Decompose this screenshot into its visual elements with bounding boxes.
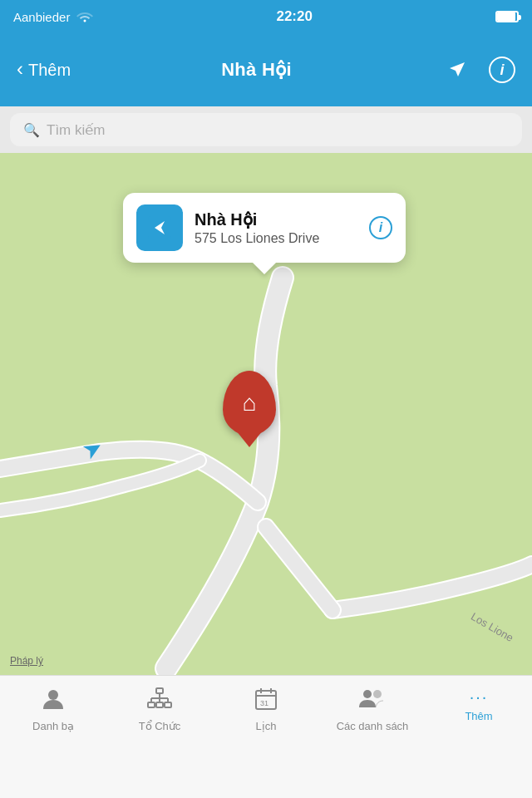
back-label: Thêm (28, 61, 71, 80)
tab-bar: Danh bạ Tổ Chức (0, 675, 532, 798)
tab-them-label: Thêm (465, 710, 492, 722)
popup-text: Nhà Hội 575 Los Liones Drive (195, 209, 357, 246)
tab-cac-danh-sach-label: Các danh sách (337, 720, 409, 732)
tab-danh-ba[interactable]: Danh bạ (0, 684, 106, 732)
nav-bar: ‹ Thêm Nhà Hội i (0, 33, 532, 106)
svg-rect-3 (148, 702, 155, 707)
pin-body: ⌂ (223, 371, 276, 436)
svg-rect-4 (156, 702, 163, 707)
direction-button[interactable] (442, 55, 472, 85)
info-button[interactable]: i (489, 57, 515, 83)
svg-point-16 (363, 690, 372, 698)
svg-rect-5 (165, 702, 171, 707)
calendar-icon: 31 (255, 687, 277, 717)
status-bar: Aanbieder 22:20 (0, 0, 532, 33)
svg-point-17 (373, 690, 382, 698)
people-icon (358, 687, 387, 717)
status-left: Aanbieder (13, 9, 93, 25)
tab-them[interactable]: ··· Thêm (426, 684, 532, 722)
pin-house-icon: ⌂ (243, 390, 257, 416)
search-bar[interactable]: 🔍 Tìm kiếm (10, 113, 522, 146)
search-placeholder: Tìm kiếm (47, 121, 105, 139)
search-bar-container: 🔍 Tìm kiếm (0, 106, 532, 153)
nav-actions: i (442, 55, 515, 85)
tab-danh-ba-label: Danh bạ (32, 720, 74, 732)
popup-info-button[interactable]: i (369, 216, 392, 239)
battery-icon (495, 11, 519, 22)
svg-point-1 (48, 690, 58, 700)
page-title: Nhà Hội (221, 59, 292, 81)
back-button[interactable]: ‹ Thêm (17, 59, 71, 81)
svg-text:31: 31 (260, 699, 268, 707)
popup-direction-icon (136, 204, 183, 251)
location-popup: Nhà Hội 575 Los Liones Drive i (123, 193, 406, 263)
tab-lich-label: Lịch (256, 720, 277, 732)
wifi-icon (76, 9, 93, 25)
map-area[interactable]: ➤ Nhà Hội 575 Los Liones Drive i ⌂ Pháp … (0, 153, 532, 675)
popup-tail (253, 263, 276, 274)
tab-to-chuc[interactable]: Tổ Chức (106, 684, 213, 732)
tab-lich[interactable]: 31 Lịch (213, 684, 319, 732)
tab-cac-danh-sach[interactable]: Các danh sách (319, 684, 426, 732)
popup-title: Nhà Hội (195, 209, 357, 229)
search-icon: 🔍 (23, 122, 40, 138)
chevron-left-icon: ‹ (17, 57, 23, 81)
carrier-label: Aanbieder (13, 10, 70, 24)
sitemap-icon (147, 687, 172, 717)
popup-subtitle: 575 Los Liones Drive (195, 231, 357, 246)
time-label: 22:20 (276, 8, 312, 25)
dots-icon: ··· (470, 687, 489, 707)
map-pin[interactable]: ⌂ (223, 371, 276, 436)
person-icon (42, 687, 65, 717)
legal-text[interactable]: Pháp lý (10, 655, 43, 667)
tab-to-chuc-label: Tổ Chức (139, 720, 181, 732)
svg-rect-2 (156, 688, 163, 693)
